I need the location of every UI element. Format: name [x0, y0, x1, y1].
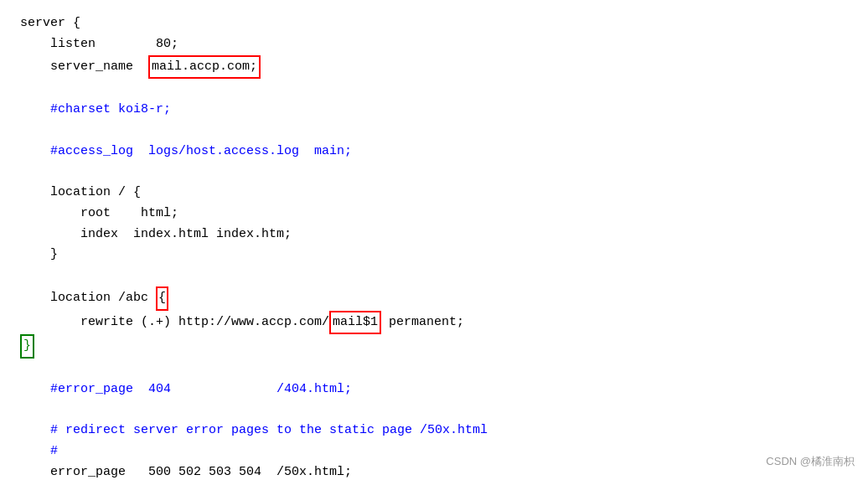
code-line-6 [20, 121, 848, 142]
code-line-7: #access_log logs/host.access.log main; [20, 142, 848, 163]
code-text: location /abc [20, 288, 156, 309]
code-text: } [20, 245, 58, 266]
code-line-4 [20, 79, 848, 100]
code-text: #error_page 404 /404.html; [20, 379, 352, 400]
code-line-22: error_page 500 502 503 504 /50x.html; [20, 462, 848, 480]
code-container: server { listen 80; server_name mail.acc… [0, 0, 868, 480]
code-text: location / { [20, 183, 141, 204]
code-line-9: location / { [20, 183, 848, 204]
code-line-2: listen 80; [20, 34, 848, 55]
code-line-19 [20, 400, 848, 421]
code-text: root html; [20, 204, 178, 225]
watermark: CSDN @橘淮南枳 [766, 452, 855, 470]
code-text: #charset koi8-r; [20, 100, 171, 121]
code-line-16: } [20, 334, 848, 359]
code-line-3: server_name mail.accp.com; [20, 55, 848, 80]
code-line-18: #error_page 404 /404.html; [20, 379, 848, 400]
code-line-12: } [20, 245, 848, 266]
code-line-20: # redirect server error pages to the sta… [20, 421, 848, 441]
code-line-14: location /abc { [20, 286, 848, 311]
code-line-5: #charset koi8-r; [20, 100, 848, 121]
highlighted-mail-var: mail$1 [329, 311, 381, 335]
code-line-17 [20, 359, 848, 379]
code-text: error_page 500 502 503 504 /50x.html; [20, 462, 352, 480]
code-text: # [20, 441, 58, 462]
code-text: server { [20, 13, 80, 34]
code-text: index index.html index.htm; [20, 225, 292, 245]
highlighted-brace-open: { [156, 286, 168, 311]
code-text: #access_log logs/host.access.log main; [20, 142, 352, 163]
code-text: listen 80; [20, 34, 178, 55]
code-line-13 [20, 266, 848, 286]
code-text: rewrite (.+) http://www.accp.com/ [20, 312, 329, 333]
code-text: server_name [20, 57, 148, 78]
code-text: # redirect server error pages to the sta… [20, 421, 488, 441]
highlighted-server-name: mail.accp.com; [148, 55, 261, 80]
code-line-15: rewrite (.+) http://www.accp.com/mail$1 … [20, 311, 848, 335]
code-line-10: root html; [20, 204, 848, 225]
code-line-1: server { [20, 13, 848, 34]
code-text: permanent; [381, 312, 464, 333]
code-line-8 [20, 162, 848, 183]
code-line-21: # [20, 441, 848, 462]
code-line-11: index index.html index.htm; [20, 225, 848, 245]
highlighted-brace-close: } [20, 334, 34, 359]
